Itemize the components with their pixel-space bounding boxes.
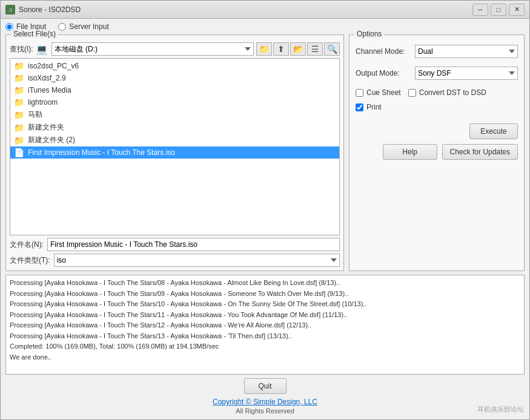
location-label: 查找(I): [10, 44, 33, 54]
file-item-name: 马勒 [28, 110, 42, 120]
folder-icon: 📁 [14, 123, 24, 133]
input-mode-row: File Input Server Input [5, 22, 525, 31]
output-mode-select[interactable]: Sony DSF DSDIFF DoP [415, 67, 518, 80]
file-item-name: First Impression Music - I Touch The Sta… [28, 148, 175, 157]
print-label: Print [366, 103, 382, 111]
filename-row: 文件名(N): [10, 238, 340, 251]
filename-label: 文件名(N): [10, 240, 44, 250]
log-line: Completed: 100% (169.0MB), Total: 100% (… [10, 341, 520, 352]
recent-locations-btn[interactable]: 📁 [256, 42, 272, 56]
quit-button[interactable]: Quit [244, 378, 287, 394]
main-panels: Select File(s) 查找(I): 💻 本地磁盘 (D:) 📁 ⬆ 📂 [5, 34, 525, 271]
print-checkbox-item[interactable]: Print [356, 103, 382, 111]
all-rights-text: All Rights Reserved [5, 407, 525, 415]
filetype-row: 文件类型(T): iso dff dsf flac [10, 254, 340, 267]
content-area: File Input Server Input Select File(s) 查… [1, 19, 529, 419]
location-select[interactable]: 本地磁盘 (D:) [51, 42, 254, 56]
convert-dst-checkbox-item[interactable]: Convert DST to DSD [408, 88, 486, 97]
filetype-label: 文件类型(T): [10, 255, 50, 266]
print-row: Print [356, 103, 518, 111]
up-folder-btn[interactable]: ⬆ [273, 42, 289, 56]
location-row: 查找(I): 💻 本地磁盘 (D:) 📁 ⬆ 📂 ☰ 🔍 [10, 42, 340, 56]
filename-input[interactable] [47, 238, 340, 251]
options-group: Options Channel Mode: Dual Mono Stereo O… [349, 34, 525, 271]
folder-icon: 📁 [14, 85, 24, 95]
log-line: Processing [Ayaka Hosokawa - I Touch The… [10, 299, 520, 309]
cue-sheet-label: Cue Sheet [366, 88, 401, 97]
file-list: 📁 iso2dsd_PC_v6 📁 isoXdsf_2.9 📁 iTunes M… [10, 59, 339, 160]
minimize-button[interactable]: ─ [472, 4, 488, 16]
server-input-radio-item[interactable]: Server Input [58, 22, 108, 31]
create-folder-btn[interactable]: 📂 [290, 42, 306, 56]
footer-area: Quit Copyright © Simple Design, LLC All … [5, 375, 525, 417]
print-checkbox[interactable] [356, 103, 363, 111]
bottom-action-buttons: Help Check for Updates [356, 144, 518, 160]
convert-dst-checkbox[interactable] [408, 89, 416, 97]
file-list-container[interactable]: 📁 iso2dsd_PC_v6 📁 isoXdsf_2.9 📁 iTunes M… [10, 58, 340, 235]
list-item[interactable]: 📁 iso2dsd_PC_v6 [10, 60, 339, 72]
select-files-group: Select File(s) 查找(I): 💻 本地磁盘 (D:) 📁 ⬆ 📂 [5, 34, 344, 271]
quit-btn-row: Quit [5, 378, 525, 394]
file-item-name: iTunes Media [28, 86, 71, 94]
file-item-name: isoXdsf_2.9 [28, 74, 66, 82]
folder-icon: 📁 [14, 97, 24, 107]
list-item[interactable]: 📁 马勒 [10, 108, 339, 121]
options-title: Options [354, 30, 384, 38]
list-item[interactable]: 📁 iTunes Media [10, 84, 339, 96]
output-mode-label: Output Mode: [356, 69, 410, 77]
window-title: Sonore - ISO2DSD [19, 5, 472, 14]
list-item[interactable]: 📄 First Impression Music - I Touch The S… [10, 146, 339, 159]
log-line: Processing [Ayaka Hosokawa - I Touch The… [10, 278, 520, 288]
server-input-label: Server Input [69, 22, 108, 31]
file-item-name: lightroom [28, 98, 58, 107]
folder-icon: 📁 [14, 73, 24, 83]
left-panel: Select File(s) 查找(I): 💻 本地磁盘 (D:) 📁 ⬆ 📂 [5, 34, 344, 271]
file-item-name: 新建文件夹 [28, 122, 64, 133]
log-line: Processing [Ayaka Hosokawa - I Touch The… [10, 289, 520, 299]
cue-sheet-checkbox[interactable] [356, 89, 363, 97]
log-line: Processing [Ayaka Hosokawa - I Touch The… [10, 310, 520, 320]
folder-icon: 📁 [14, 110, 24, 120]
cue-sheet-checkbox-item[interactable]: Cue Sheet [356, 88, 401, 97]
select-files-title: Select File(s) [11, 30, 58, 38]
filetype-select[interactable]: iso dff dsf flac [54, 254, 340, 267]
view-list-btn[interactable]: ☰ [307, 42, 323, 56]
execute-button[interactable]: Execute [469, 123, 518, 139]
title-bar: ♫ Sonore - ISO2DSD ─ □ ✕ [1, 1, 529, 19]
convert-dst-label: Convert DST to DSD [419, 88, 486, 97]
list-item[interactable]: 📁 新建文件夹 [10, 121, 339, 134]
list-item[interactable]: 📁 lightroom [10, 96, 339, 108]
check-updates-button[interactable]: Check for Updates [442, 144, 518, 160]
help-button[interactable]: Help [383, 144, 437, 160]
log-line: Processing [Ayaka Hosokawa - I Touch The… [10, 331, 520, 341]
copyright-link[interactable]: Copyright © Simple Design, LLC [213, 398, 317, 406]
toolbar-buttons: 📁 ⬆ 📂 ☰ 🔍 [256, 42, 340, 56]
maximize-button[interactable]: □ [491, 4, 506, 16]
close-button[interactable]: ✕ [509, 4, 525, 16]
log-area: Processing [Ayaka Hosokawa - I Touch The… [5, 275, 525, 375]
channel-mode-label: Channel Mode: [356, 47, 410, 56]
view-details-btn[interactable]: 🔍 [324, 42, 340, 56]
folder-icon: 📁 [14, 136, 24, 145]
file-item-name: iso2dsd_PC_v6 [28, 62, 79, 70]
app-icon: ♫ [5, 5, 15, 15]
file-item-name: 新建文件夹 (2) [28, 135, 75, 145]
log-line: We are done.. [10, 352, 520, 363]
channel-mode-select[interactable]: Dual Mono Stereo [415, 45, 518, 58]
main-window: ♫ Sonore - ISO2DSD ─ □ ✕ File Input Serv… [0, 0, 530, 420]
list-item[interactable]: 📁 新建文件夹 (2) [10, 134, 339, 146]
window-controls: ─ □ ✕ [472, 4, 525, 16]
checkbox-row-1: Cue Sheet Convert DST to DSD [356, 88, 518, 97]
folder-icon: 📁 [14, 61, 24, 71]
location-folder-icon: 💻 [36, 44, 48, 55]
server-input-radio[interactable] [58, 23, 66, 31]
right-panel: Options Channel Mode: Dual Mono Stereo O… [349, 34, 525, 271]
channel-mode-row: Channel Mode: Dual Mono Stereo [356, 45, 518, 58]
log-line: Processing [Ayaka Hosokawa - I Touch The… [10, 320, 520, 330]
file-icon: 📄 [14, 148, 24, 157]
list-item[interactable]: 📁 isoXdsf_2.9 [10, 72, 339, 84]
output-mode-row: Output Mode: Sony DSF DSDIFF DoP [356, 67, 518, 80]
